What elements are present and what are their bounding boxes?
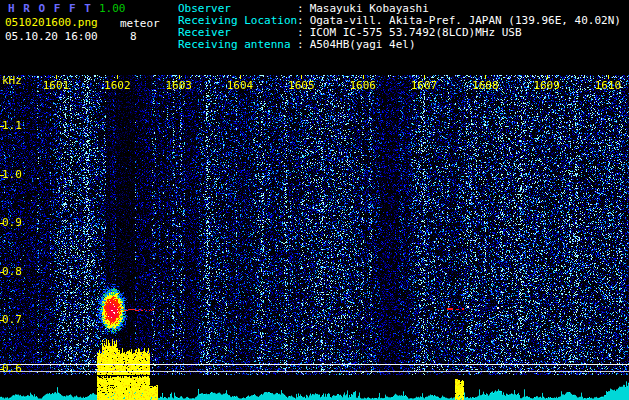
info-value: A504HB(yagi 4el) (310, 39, 416, 51)
time-tick-label: 1601 (42, 80, 70, 92)
time-tick-label: 1607 (410, 80, 438, 92)
freq-tick-label: 0.8 (2, 266, 22, 278)
signal-level-strip-canvas (0, 375, 629, 400)
station-info: Observer : Masayuki Kobayashi Receiving … (178, 3, 628, 51)
freq-tick-label: 1.0 (2, 169, 22, 181)
time-tick-label: 1605 (287, 80, 315, 92)
mode-label: meteor (120, 18, 160, 30)
info-separator: : (297, 39, 304, 51)
time-tick-label: 1610 (594, 80, 622, 92)
info-row-antenna: Receiving antenna : A504HB(yagi 4el) (178, 39, 628, 51)
freq-tick-label: 0.7 (2, 314, 22, 326)
spectrogram-canvas (0, 75, 629, 375)
freq-tick-label: 0.6 (2, 363, 22, 375)
info-label: Receiving antenna (178, 39, 297, 51)
hrofft-window: H R O F F T 1.00 0510201600.png meteor 0… (0, 0, 629, 400)
freq-tick-label: 0.9 (2, 217, 22, 229)
time-tick-label: 1602 (103, 80, 131, 92)
freq-tick-label: 1.1 (2, 120, 22, 132)
time-tick-label: 1603 (165, 80, 193, 92)
time-tick-label: 1608 (471, 80, 499, 92)
echo-count: 8 (130, 31, 137, 43)
app-version: 1.00 (99, 3, 126, 15)
observation-timestamp: 05.10.20 16:00 (5, 31, 98, 43)
freq-axis-unit-label: kHz (2, 75, 22, 87)
time-tick-label: 1606 (349, 80, 377, 92)
time-tick-label: 1609 (533, 80, 561, 92)
app-title: H R O F F T (8, 3, 92, 15)
time-tick-label: 1604 (226, 80, 254, 92)
output-filename: 0510201600.png (5, 17, 98, 29)
